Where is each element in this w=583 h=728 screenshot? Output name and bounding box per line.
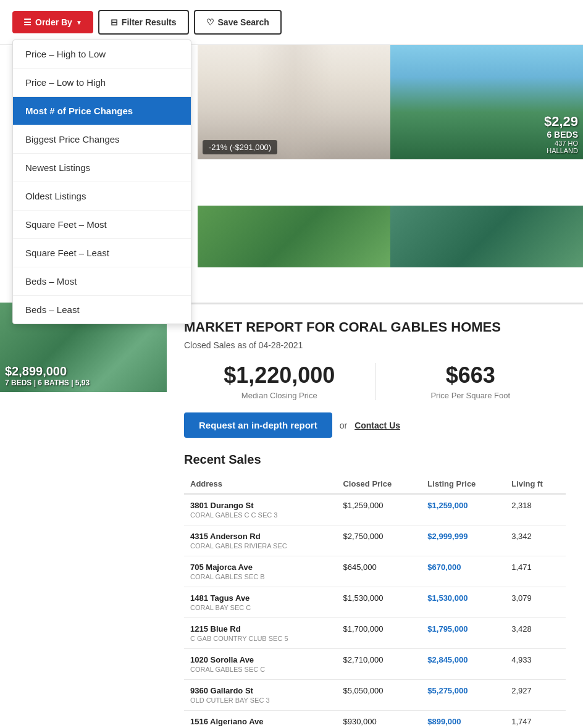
dropdown-item-most-price-changes[interactable]: Most # of Price Changes: [13, 97, 191, 125]
cell-closed-price: $645,000: [337, 556, 421, 587]
price-per-sqft-block: $663 Price Per Square Foot: [375, 362, 566, 400]
property-card-1[interactable]: -21% (-$291,000): [198, 42, 390, 159]
dropdown-item-price-high-low[interactable]: Price – High to Low: [13, 40, 191, 69]
dropdown-item-beds-least[interactable]: Beds – Least: [13, 296, 191, 324]
order-by-button[interactable]: ☰ Order By ▼: [12, 11, 93, 33]
table-row[interactable]: 705 Majorca Ave CORAL GABLES SEC B $645,…: [184, 556, 566, 587]
property-grid: -21% (-$291,000) $2,29 6 BEDS 437 HO HAL…: [198, 42, 583, 314]
property-card-2[interactable]: $2,29 6 BEDS 437 HO HALLAND: [390, 42, 583, 159]
median-price-label: Median Closing Price: [184, 391, 375, 400]
table-header-row: Address Closed Price Listing Price Livin…: [184, 474, 566, 494]
cell-closed-price: $1,259,000: [337, 494, 421, 525]
cell-closed-price: $5,050,000: [337, 680, 421, 711]
left-bottom-price: $2,899,000: [5, 364, 90, 379]
col-header-closed-price: Closed Price: [337, 474, 421, 494]
contact-us-link[interactable]: Contact Us: [354, 420, 400, 430]
property-address-2: 437 HO: [544, 140, 578, 147]
dropdown-item-biggest-price-changes[interactable]: Biggest Price Changes: [13, 125, 191, 154]
cell-listing-price: $1,795,000: [421, 618, 505, 649]
cell-address: 1481 Tagus Ave CORAL BAY SEC C: [184, 587, 337, 618]
cell-living-ft: 1,471: [505, 556, 566, 587]
cell-listing-price: $2,999,999: [421, 525, 505, 556]
order-by-dropdown: Price – High to Low Price – Low to High …: [12, 40, 191, 324]
cell-address: 1020 Sorolla Ave CORAL GABLES SEC C: [184, 649, 337, 680]
table-row[interactable]: 1481 Tagus Ave CORAL BAY SEC C $1,530,00…: [184, 587, 566, 618]
cell-address: 3801 Durango St CORAL GABLES C C SEC 3: [184, 494, 337, 525]
cell-listing-price: $1,259,000: [421, 494, 505, 525]
cell-address: 9360 Gallardo St OLD CUTLER BAY SEC 3: [184, 680, 337, 711]
market-cta: Request an in-depth report or Contact Us: [184, 412, 566, 438]
table-row[interactable]: 1516 Algeriano Ave $930,000 $899,000 1,7…: [184, 711, 566, 729]
chevron-down-icon: ▼: [76, 19, 82, 26]
cell-closed-price: $1,700,000: [337, 618, 421, 649]
toolbar: ☰ Order By ▼ ⊟ Filter Results ♡ Save Sea…: [0, 0, 583, 45]
heart-icon: ♡: [206, 17, 214, 27]
dropdown-item-beds-most[interactable]: Beds – Most: [13, 267, 191, 296]
cell-living-ft: 2,927: [505, 680, 566, 711]
cell-living-ft: 3,428: [505, 618, 566, 649]
cell-listing-price: $5,275,000: [421, 680, 505, 711]
cell-living-ft: 3,079: [505, 587, 566, 618]
recent-sales-title: Recent Sales: [184, 453, 566, 467]
cell-address: 4315 Anderson Rd CORAL GABLES RIVIERA SE…: [184, 525, 337, 556]
dropdown-item-sqft-most[interactable]: Square Feet – Most: [13, 211, 191, 239]
menu-icon: ☰: [23, 17, 31, 27]
save-search-button[interactable]: ♡ Save Search: [194, 10, 282, 35]
cell-living-ft: 4,933: [505, 649, 566, 680]
dropdown-item-sqft-least[interactable]: Square Feet – Least: [13, 239, 191, 267]
cta-or-text: or: [340, 420, 347, 430]
price-overlay-2: $2,29 6 BEDS 437 HO HALLAND: [544, 114, 578, 154]
median-price-block: $1,220,000 Median Closing Price: [184, 362, 375, 400]
cell-closed-price: $1,530,000: [337, 587, 421, 618]
property-card-3[interactable]: [198, 206, 390, 267]
cell-closed-price: $2,750,000: [337, 525, 421, 556]
page-container: ☰ Order By ▼ ⊟ Filter Results ♡ Save Sea…: [0, 0, 583, 728]
cell-listing-price: $899,000: [421, 711, 505, 729]
property-beds-2: 6 BEDS: [544, 130, 578, 140]
property-card-4[interactable]: [390, 206, 583, 267]
recent-sales-section: Recent Sales Address Closed Price Listin…: [184, 453, 566, 728]
cell-address: 1215 Blue Rd C GAB COUNTRY CLUB SEC 5: [184, 618, 337, 649]
cell-listing-price: $2,845,000: [421, 649, 505, 680]
price-change-badge-1: -21% (-$291,000): [203, 140, 277, 154]
request-report-button[interactable]: Request an in-depth report: [184, 412, 332, 438]
dropdown-item-price-low-high[interactable]: Price – Low to High: [13, 69, 191, 97]
col-header-listing-price: Listing Price: [421, 474, 505, 494]
cell-living-ft: 1,747: [505, 711, 566, 729]
table-row[interactable]: 1215 Blue Rd C GAB COUNTRY CLUB SEC 5 $1…: [184, 618, 566, 649]
left-bottom-details: 7 BEDS | 6 BATHS | 5,93: [5, 379, 90, 387]
table-row[interactable]: 1020 Sorolla Ave CORAL GABLES SEC C $2,7…: [184, 649, 566, 680]
col-header-living-ft: Living ft: [505, 474, 566, 494]
market-report-subtitle: Closed Sales as of 04-28-2021: [184, 340, 566, 350]
cell-address: 705 Majorca Ave CORAL GABLES SEC B: [184, 556, 337, 587]
cell-closed-price: $2,710,000: [337, 649, 421, 680]
cell-address: 1516 Algeriano Ave: [184, 711, 337, 729]
dropdown-item-oldest-listings[interactable]: Oldest Listings: [13, 182, 191, 211]
cell-closed-price: $930,000: [337, 711, 421, 729]
table-row[interactable]: 9360 Gallardo St OLD CUTLER BAY SEC 3 $5…: [184, 680, 566, 711]
market-report-section: MARKET REPORT FOR CORAL GABLES HOMES Clo…: [167, 303, 583, 728]
price-per-sqft-value: $663: [375, 362, 566, 388]
dropdown-item-newest-listings[interactable]: Newest Listings: [13, 154, 191, 182]
market-report-title: MARKET REPORT FOR CORAL GABLES HOMES: [184, 319, 566, 335]
market-stats: $1,220,000 Median Closing Price $663 Pri…: [184, 362, 566, 400]
col-header-address: Address: [184, 474, 337, 494]
filter-icon: ⊟: [111, 17, 118, 27]
table-row[interactable]: 3801 Durango St CORAL GABLES C C SEC 3 $…: [184, 494, 566, 525]
property-city-2: HALLAND: [544, 147, 578, 154]
property-price-2: $2,29: [544, 114, 578, 130]
cell-living-ft: 2,318: [505, 494, 566, 525]
median-price-value: $1,220,000: [184, 362, 375, 388]
save-search-label: Save Search: [218, 17, 269, 27]
filter-results-button[interactable]: ⊟ Filter Results: [98, 10, 189, 35]
price-per-sqft-label: Price Per Square Foot: [375, 391, 566, 400]
cell-listing-price: $1,530,000: [421, 587, 505, 618]
left-bottom-property-info: $2,899,000 7 BEDS | 6 BATHS | 5,93: [5, 364, 90, 387]
filter-label: Filter Results: [122, 17, 177, 27]
sales-table: Address Closed Price Listing Price Livin…: [184, 474, 566, 728]
table-row[interactable]: 4315 Anderson Rd CORAL GABLES RIVIERA SE…: [184, 525, 566, 556]
order-by-label: Order By: [35, 17, 72, 27]
cell-listing-price: $670,000: [421, 556, 505, 587]
cell-living-ft: 3,342: [505, 525, 566, 556]
